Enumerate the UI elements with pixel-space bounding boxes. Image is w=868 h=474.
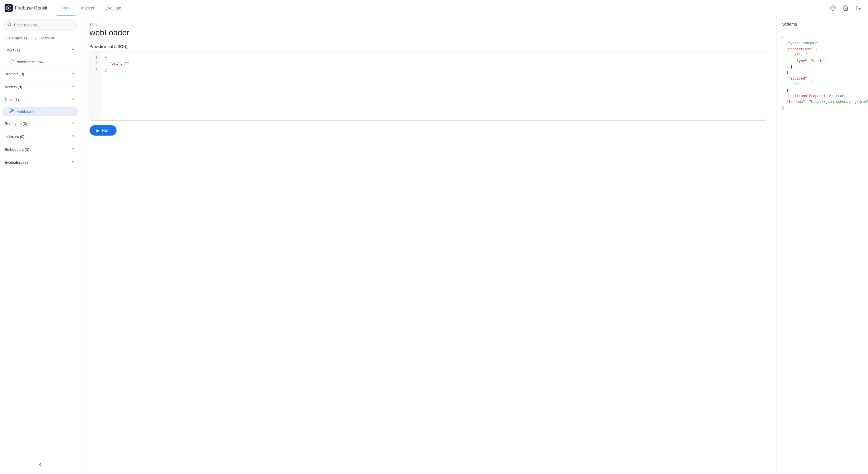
- sidebar-section-embedders: Embedders (3): [0, 143, 80, 156]
- expand-all-button[interactable]: Expand all: [33, 35, 56, 41]
- evaluators-title: Evaluators (0): [5, 160, 28, 165]
- docs-icon-button[interactable]: [840, 3, 851, 13]
- sidebar-section-prompts: Prompts (0): [0, 67, 80, 81]
- input-label: Provide input (JSON):: [90, 44, 767, 49]
- nav-icons: [828, 3, 863, 13]
- search-box[interactable]: [3, 20, 76, 30]
- embedders-chevron: [71, 147, 75, 152]
- tool-icon: [9, 109, 14, 114]
- nav-tabs: Run Inspect Evaluate: [57, 0, 127, 16]
- tool-label: Tool: [90, 23, 767, 27]
- flows-header[interactable]: Flows (1): [0, 44, 80, 56]
- sidebar-section-retrievers: Retrievers (0): [0, 117, 80, 130]
- embedders-header[interactable]: Embedders (3): [0, 143, 80, 156]
- search-icon: [7, 22, 12, 28]
- prompts-header[interactable]: Prompts (0): [0, 67, 80, 80]
- line-num-1: 1: [92, 55, 99, 61]
- tab-evaluate[interactable]: Evaluate: [100, 0, 127, 16]
- schema-panel: Schema { "type": "object", "properties":…: [776, 16, 868, 474]
- models-chevron: [71, 84, 75, 90]
- sidebar-section-models: Models (9): [0, 81, 80, 93]
- collapse-all-label: Collapse all: [9, 36, 27, 40]
- retrievers-title: Retrievers (0): [5, 121, 27, 126]
- evaluators-chevron: [71, 159, 75, 165]
- darkmode-icon-button[interactable]: [853, 3, 863, 13]
- line-num-3: 3: [92, 67, 99, 73]
- search-input[interactable]: [14, 23, 73, 27]
- flows-chevron: [71, 47, 75, 53]
- svg-point-2: [831, 5, 836, 10]
- svg-point-1: [8, 7, 9, 9]
- collapse-sidebar-button[interactable]: [35, 460, 45, 469]
- main-layout: Collapse all Expand all Flows (1): [0, 16, 868, 474]
- line-num-2: 2: [92, 61, 99, 67]
- code-editor: 1 2 3 { "url": "" } ⌟: [90, 51, 767, 121]
- run-icon: ▶: [96, 128, 100, 133]
- tool-title: webLoader: [90, 28, 767, 37]
- svg-point-6: [8, 23, 11, 26]
- main-content: Tool webLoader Provide input (JSON): 1 2…: [81, 16, 776, 474]
- retrievers-header[interactable]: Retrievers (0): [0, 117, 80, 130]
- prompts-chevron: [71, 71, 75, 77]
- evaluators-header[interactable]: Evaluators (0): [0, 156, 80, 169]
- embedders-title: Embedders (3): [5, 147, 29, 152]
- prompts-title: Prompts (0): [5, 72, 24, 76]
- sidebar-item-webLoader[interactable]: webLoader: [2, 107, 78, 116]
- models-title: Models (9): [5, 85, 22, 89]
- sidebar-item-label-summarizeFlow: summarizeFlow: [17, 60, 43, 64]
- flows-title: Flows (1): [5, 48, 20, 52]
- top-nav: Firebase Genkit Run Inspect Evaluate: [0, 0, 868, 16]
- brand-icon: [5, 4, 12, 12]
- svg-line-7: [10, 25, 11, 26]
- tools-chevron: [71, 97, 75, 102]
- sidebar-item-label-webLoader: webLoader: [17, 110, 36, 114]
- sidebar-section-tools: Tools (1) webLoader: [0, 93, 80, 117]
- code-content[interactable]: { "url": "" }: [101, 52, 767, 120]
- schema-content: { "type": "object", "properties": { "url…: [782, 35, 862, 111]
- run-button-label: Run: [102, 128, 110, 133]
- resize-handle: ⌟: [764, 116, 766, 119]
- sidebar-section-indexers: Indexers (0): [0, 130, 80, 143]
- sidebar-item-summarizeFlow[interactable]: summarizeFlow: [2, 57, 78, 67]
- help-icon-button[interactable]: [828, 3, 838, 13]
- code-wrapper: 1 2 3 { "url": "" }: [90, 52, 767, 120]
- run-button[interactable]: ▶ Run: [90, 125, 117, 136]
- brand: Firebase Genkit: [5, 4, 48, 12]
- tools-title: Tools (1): [5, 98, 19, 102]
- tools-header[interactable]: Tools (1): [0, 93, 80, 106]
- tab-inspect[interactable]: Inspect: [75, 0, 100, 16]
- schema-title: Schema: [782, 22, 862, 30]
- collapse-row: Collapse all Expand all: [0, 34, 80, 44]
- models-header[interactable]: Models (9): [0, 81, 80, 93]
- sidebar-section-evaluators: Evaluators (0): [0, 156, 80, 169]
- line-numbers: 1 2 3: [90, 52, 101, 120]
- flow-icon: [9, 59, 14, 64]
- indexers-header[interactable]: Indexers (0): [0, 130, 80, 143]
- sidebar: Collapse all Expand all Flows (1): [0, 16, 81, 474]
- sidebar-section-flows: Flows (1) summarizeFlow: [0, 44, 80, 67]
- retrievers-chevron: [71, 121, 75, 126]
- indexers-chevron: [71, 134, 75, 139]
- brand-name: Firebase Genkit: [15, 5, 48, 11]
- collapse-all-button[interactable]: Collapse all: [3, 35, 28, 41]
- indexers-title: Indexers (0): [5, 135, 24, 139]
- expand-all-label: Expand all: [38, 36, 55, 40]
- tab-run[interactable]: Run: [57, 0, 75, 16]
